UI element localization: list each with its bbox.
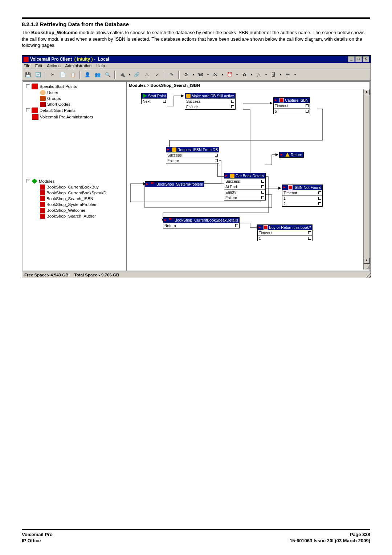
folder-icon <box>32 114 38 120</box>
scroll-down-button[interactable]: ▼ <box>364 258 369 264</box>
database-icon <box>172 147 176 152</box>
arrow-in-icon <box>281 153 284 157</box>
connect-icon[interactable]: 🔌 <box>118 70 127 79</box>
queue-icon[interactable]: ☰ <box>283 70 292 79</box>
user-icon[interactable]: 👤 <box>83 70 92 79</box>
svg-marker-0 <box>181 94 184 97</box>
module-icon <box>40 185 45 190</box>
group-icon <box>40 96 46 101</box>
svg-marker-5 <box>278 187 281 190</box>
node-request-isbn[interactable]: Request ISBN From DB Success Failure <box>166 147 219 163</box>
menu-actions[interactable]: Actions <box>47 64 61 68</box>
close-button[interactable]: × <box>363 56 369 62</box>
page-footer: Voicemail Pro Page 338 IP Office 15-6010… <box>22 529 370 544</box>
phone-icon[interactable]: ☎ <box>196 70 205 79</box>
arrow-in-icon <box>259 226 262 229</box>
module-icon <box>40 202 45 207</box>
flag-icon <box>151 182 155 186</box>
save-icon[interactable]: 💾 <box>24 70 32 79</box>
module-icon <box>40 208 45 213</box>
app-icon <box>24 57 29 62</box>
svg-marker-6 <box>275 153 278 156</box>
database-icon <box>230 174 234 178</box>
node-system-problem[interactable]: BookShop_SystemProblem <box>145 181 204 187</box>
link-icon[interactable]: 🔗 <box>132 70 141 79</box>
node-capture-isbn[interactable]: Capture ISBN Timeout $ <box>273 97 310 114</box>
node-speak-details[interactable]: BookShop_CurrentBookSpeakDetails Return <box>163 217 240 228</box>
folder-icon <box>32 108 38 113</box>
vertical-scrollbar[interactable]: ▲ ▼ <box>363 89 369 270</box>
footer-right-1: Page 338 <box>350 531 370 538</box>
cut-icon[interactable]: ✂ <box>48 70 57 79</box>
footer-left-1: Voicemail Pro <box>22 531 53 538</box>
window-size-grip[interactable] <box>365 272 371 278</box>
triangle-icon[interactable]: △ <box>254 70 263 79</box>
body-text: The Bookshop_Welcome module allows calle… <box>22 29 370 49</box>
size-grip[interactable] <box>364 264 369 270</box>
clock-icon[interactable]: ⏰ <box>225 70 234 79</box>
keypad-icon <box>288 185 293 190</box>
arrow-in-icon <box>146 182 150 186</box>
keypad-icon <box>264 225 268 230</box>
node-return[interactable]: Return <box>279 152 304 158</box>
flow-pane[interactable]: Modules > BookShop_Search_ISBN <box>127 82 369 271</box>
search-icon[interactable]: 🔍 <box>103 70 112 79</box>
titlebar-app: Voicemail Pro Client <box>30 57 72 62</box>
arrow-in-icon <box>283 186 287 189</box>
footer-left-2: IP Office <box>22 538 41 544</box>
check-icon[interactable]: ✓ <box>153 70 162 79</box>
flower-icon[interactable]: ✿ <box>240 70 249 79</box>
titlebar-local: Local <box>98 57 109 62</box>
pencil-icon[interactable]: ✎ <box>167 70 176 79</box>
node-check-db[interactable]: Make sure DB Still active Success Failur… <box>185 93 236 110</box>
arrow-in-icon <box>167 148 171 151</box>
db-icon[interactable]: 🗄 <box>269 70 278 79</box>
refresh-icon[interactable]: 🔄 <box>34 70 42 79</box>
maximize-button[interactable]: □ <box>355 56 362 62</box>
user-icon <box>40 90 46 95</box>
modules-icon <box>32 179 37 184</box>
keypad-icon <box>279 98 284 102</box>
node-get-book-details[interactable]: Get Book Details Success At End Empty Fa… <box>224 173 266 200</box>
titlebar-mode: ( Intuity ) <box>74 57 93 62</box>
node-buy-return[interactable]: Buy or Return this book? Timeout 1 <box>257 224 313 241</box>
module-icon <box>40 214 45 219</box>
arrow-in-icon <box>164 218 168 222</box>
copy-icon[interactable]: 📄 <box>58 70 67 79</box>
node-start-point[interactable]: Start Point Next <box>141 93 167 104</box>
flag-icon <box>169 218 173 222</box>
dropdown-icon[interactable]: ▾ <box>128 71 131 79</box>
navigation-tree[interactable]: -Specific Start Points Users Groups Shor… <box>23 82 127 271</box>
status-bar: Free Space:- 4.943 GB Total Space:- 9.76… <box>22 272 371 278</box>
database-icon <box>186 94 191 98</box>
toolbar: 💾 🔄 ✂ 📄 📋 👤 👥 🔍 🔌 ▾ 🔗 ⚠ ✓ ✎ ⚙ ▾ ☎ ▾ 🛠 ▾ <box>22 69 371 81</box>
footer-right-2: 15-601063 Issue 20l (03 March 2009) <box>290 538 370 544</box>
scroll-up-button[interactable]: ▲ <box>364 89 369 95</box>
menu-edit[interactable]: Edit <box>35 64 42 68</box>
app-window: Voicemail Pro Client ( Intuity ) - Local… <box>22 55 371 278</box>
svg-marker-1 <box>270 102 273 105</box>
shortcode-icon <box>40 102 46 107</box>
menubar[interactable]: File Edit Actions Administration Help <box>22 63 371 69</box>
gear-icon[interactable]: ⚙ <box>182 70 191 79</box>
folder-icon <box>32 84 38 89</box>
breadcrumb: Modules > BookShop_Search_ISBN <box>127 82 369 89</box>
section-heading: 8.2.1.2 Retrieving Data from the Databas… <box>22 21 370 27</box>
menu-help[interactable]: Help <box>96 64 105 68</box>
return-icon <box>285 153 290 157</box>
menu-file[interactable]: File <box>24 64 30 68</box>
play-icon <box>143 94 147 98</box>
menu-administration[interactable]: Administration <box>65 64 91 68</box>
warning-icon[interactable]: ⚠ <box>143 70 151 79</box>
arrow-in-icon <box>275 98 278 102</box>
titlebar[interactable]: Voicemail Pro Client ( Intuity ) - Local… <box>22 56 371 63</box>
tools-icon[interactable]: 🛠 <box>211 70 220 79</box>
module-icon <box>40 190 45 195</box>
minimize-button[interactable]: _ <box>348 56 355 62</box>
paste-icon[interactable]: 📋 <box>69 70 77 79</box>
arrow-in-icon <box>225 174 229 178</box>
node-isbn-not-found[interactable]: ISBN Not Found Timeout 1 2 <box>282 185 323 207</box>
module-icon <box>40 196 45 201</box>
group-icon[interactable]: 👥 <box>93 70 102 79</box>
